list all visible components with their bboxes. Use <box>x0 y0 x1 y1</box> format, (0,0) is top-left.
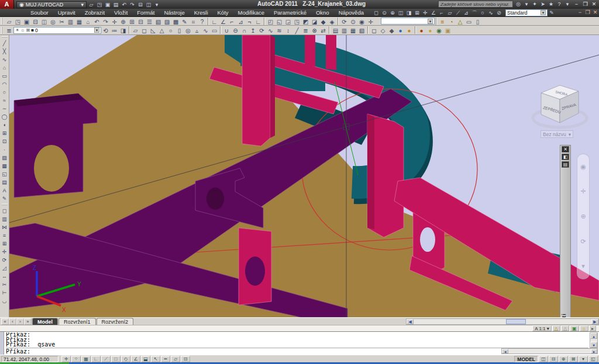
polyline-icon[interactable]: ∿ <box>1 56 9 64</box>
ellipse-arc-icon[interactable]: ◖ <box>1 121 9 129</box>
ucs-origin-icon[interactable]: ⊿ <box>236 18 245 25</box>
polygon-icon[interactable]: ⌂ <box>1 64 9 72</box>
layer-states-icon[interactable]: ≔ <box>110 26 119 34</box>
magenta-hanger-1[interactable] <box>305 35 315 67</box>
line-icon[interactable]: ╱ <box>1 39 9 47</box>
add-selected-icon[interactable]: ✎ <box>1 195 9 203</box>
slice-icon[interactable]: ╱ <box>292 26 301 34</box>
view-swiso-icon[interactable]: ◆ <box>319 18 328 25</box>
layer-isolate-icon[interactable]: ◨ <box>119 26 128 34</box>
qat-plot-icon[interactable]: ⊟ <box>136 1 144 8</box>
section-settings-icon[interactable]: ▧ <box>357 26 366 34</box>
qat-saveas-icon[interactable]: ▤ <box>112 1 120 8</box>
zoom-realtime-icon[interactable]: ⊕ <box>119 18 128 25</box>
free-orbit-icon[interactable]: ⊙ <box>349 18 357 25</box>
steeringwheel-icon[interactable]: ◉ <box>580 163 586 171</box>
application-menu-button[interactable]: A <box>0 0 14 9</box>
region-icon[interactable]: ◱ <box>1 170 9 178</box>
layer-properties-manager-icon[interactable]: ≣ <box>5 26 13 34</box>
viewcube-view-selector[interactable]: Bez názvu ▾ <box>541 130 573 138</box>
menu-format[interactable]: Formát <box>132 9 159 17</box>
dynamic-ucs-toggle[interactable]: ⬓ <box>141 356 150 362</box>
menu-koty[interactable]: Kóty <box>213 9 233 17</box>
subscription-center-icon[interactable]: ✦ <box>531 1 539 8</box>
layer-combo[interactable]: ☀ ☼ ⊠ ■ 0 ▾ <box>13 27 101 34</box>
subtract-icon[interactable]: ⊖ <box>231 26 240 34</box>
tab-prev-arrow[interactable]: ‹ <box>9 318 16 325</box>
ucs-world-icon[interactable]: ∠ <box>219 18 228 25</box>
favorites-icon[interactable]: ★ <box>547 1 555 8</box>
designcenter-icon[interactable]: ▧ <box>154 18 163 25</box>
tray-expand-icon[interactable]: ▸ <box>589 325 596 331</box>
nav-zoom-icon[interactable]: ⊕ <box>580 213 586 220</box>
viewcube-view-arrow-icon[interactable]: ▾ <box>569 131 571 138</box>
command-horizontal-scrollbar[interactable]: ◀ ▶ <box>501 348 598 354</box>
spline-icon[interactable]: ∼ <box>1 105 9 113</box>
status-zoom-icon[interactable]: ⊕ <box>559 356 568 362</box>
view-bottom-icon[interactable]: ◱ <box>275 18 284 25</box>
layer-lock-icon[interactable]: ⊠ <box>26 27 30 33</box>
grid-display-toggle[interactable]: ▦ <box>81 356 91 362</box>
make-block-icon[interactable]: ⊡ <box>1 137 9 145</box>
doc-minimize-button[interactable]: − <box>576 9 584 16</box>
qat-batch-plot-icon[interactable]: ◫ <box>144 1 153 8</box>
user-icon[interactable]: ◔ <box>447 18 456 25</box>
properties-palette-collapsed[interactable]: ✕ ◧ ▤ Vlastnosti ▤ <box>560 145 571 317</box>
command-scroll-down-arrow[interactable]: ▼ <box>590 342 597 348</box>
view-back-icon[interactable]: ◪ <box>310 18 319 25</box>
revision-cloud-icon[interactable]: ≈ <box>1 96 9 105</box>
box-icon[interactable]: ◻ <box>140 26 149 34</box>
camera-icon[interactable]: ◉ <box>357 18 366 25</box>
tab-next-arrow[interactable]: › <box>16 318 24 325</box>
render-region-icon[interactable]: ● <box>426 26 435 34</box>
render-environment-icon[interactable]: ◉ <box>435 26 443 34</box>
extrude-icon[interactable]: ↥ <box>249 26 257 34</box>
tab-last-arrow[interactable]: » <box>24 318 32 325</box>
inquiry-distance-icon[interactable]: ⌒ <box>470 9 478 16</box>
help-toolbar-icon[interactable]: ? <box>198 18 206 25</box>
union-icon[interactable]: ∪ <box>222 26 231 34</box>
qat-open-icon[interactable]: ◳ <box>95 1 104 8</box>
nav-pan-icon[interactable]: ✛ <box>580 188 586 195</box>
menu-nastroje[interactable]: Nástroje <box>159 9 189 17</box>
toolbar-grip[interactable] <box>1 18 4 25</box>
menu-kresli[interactable]: Kresli <box>190 9 213 17</box>
snap-perpendicular-icon[interactable]: ▱ <box>446 9 454 16</box>
search-binoculars-icon[interactable]: ◎ <box>514 1 522 8</box>
snap-extension-icon[interactable]: ⊞ <box>413 9 421 16</box>
text-style-combo[interactable]: Standard ▾ <box>505 9 548 16</box>
save-icon[interactable]: ▣ <box>22 18 31 25</box>
model-viewport[interactable]: Z Y X <box>9 35 599 317</box>
command-scroll-left-arrow[interactable]: ◀ <box>502 349 508 353</box>
coordinate-readout[interactable]: 71.42, 2047.48, 0.00 <box>1 356 58 362</box>
menu-upravit[interactable]: Upravit <box>53 9 80 17</box>
snap-tangent-icon[interactable]: ⌐ <box>438 9 446 16</box>
hatch-icon[interactable]: ▨ <box>1 154 9 162</box>
annotation-autoscale-icon[interactable]: △ <box>561 325 569 331</box>
match-properties-icon[interactable]: ⌂ <box>84 18 92 25</box>
nav-more-icon[interactable]: ▾ <box>581 262 585 270</box>
ucs-previous-icon[interactable]: ⌐ <box>228 18 236 25</box>
cone-icon[interactable]: △ <box>157 26 166 34</box>
command-window[interactable]: Příkaz:Příkaz:Příkaz: _qsave ▲ ▼ Příkaz:… <box>0 331 599 355</box>
app-minimize-button[interactable]: − <box>573 1 580 8</box>
layer-bulb-icon[interactable]: ☀ <box>15 27 19 33</box>
triangle-tool-icon[interactable]: △ <box>456 18 464 25</box>
qat-save-icon[interactable]: ▣ <box>104 1 112 8</box>
quickcalc-icon[interactable]: ⌗ <box>189 18 198 25</box>
mirror-icon[interactable]: ⋈ <box>1 223 9 231</box>
open-icon[interactable]: ◳ <box>13 18 22 25</box>
plot-icon[interactable]: ⊟ <box>31 18 40 25</box>
qat-new-icon[interactable]: ▱ <box>87 1 95 8</box>
toolbar-grip[interactable] <box>2 36 8 38</box>
visual-style-3d-wireframe-icon[interactable]: ◇ <box>378 26 387 34</box>
transparency-toggle[interactable]: ▱ <box>171 356 180 362</box>
modify-copy-icon[interactable]: ▥ <box>1 215 9 223</box>
planar-surface-icon[interactable]: ▭ <box>210 26 219 34</box>
snap-center-icon[interactable]: ✛ <box>421 9 429 16</box>
app-restore-button[interactable]: ❒ <box>581 1 589 8</box>
copy-icon[interactable]: ▥ <box>66 18 75 25</box>
flatshot-icon[interactable]: ▥ <box>340 26 349 34</box>
rotate-icon[interactable]: ⟳ <box>1 256 9 264</box>
view-neiso-icon[interactable]: ◈ <box>328 18 336 25</box>
